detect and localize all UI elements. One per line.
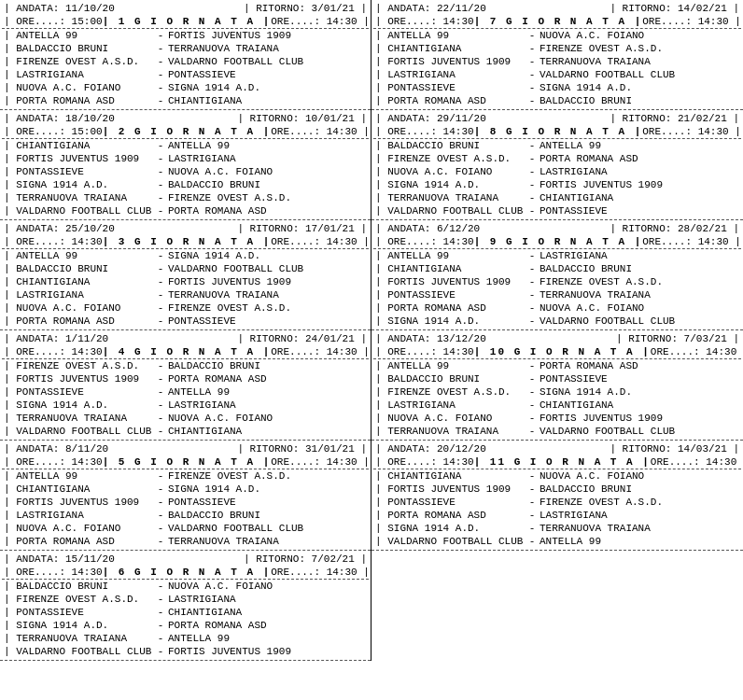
giornata-header: | ANDATA: 15/11/20| RITORNO: 7/02/21 |	[0, 553, 371, 566]
match-away: PONTASSIEVE	[168, 497, 367, 508]
match-row: | FIRENZE OVEST A.S.D. - BALDACCIO BRUNI	[0, 359, 371, 372]
match-away: CHIANTIGIANA	[540, 192, 739, 203]
match-away: PORTA ROMANA ASD	[540, 153, 739, 164]
match-away: SIGNA 1914 A.D.	[168, 82, 367, 93]
match-home: | PONTASSIEVE	[4, 166, 153, 177]
match-row: | VALDARNO FOOTBALL CLUB - PONTASSIEVE	[372, 204, 743, 217]
match-dash: -	[153, 413, 168, 424]
match-row: | VALDARNO FOOTBALL CLUB - CHIANTIGIANA	[0, 425, 371, 438]
ore-ritorno: ORE....: 14:30 |	[271, 456, 370, 468]
match-dash: -	[153, 523, 168, 534]
match-away: BALDACCIO BRUNI	[168, 360, 367, 371]
match-row: | NUOVA A.C. FOIANO - FORTIS JUVENTUS 19…	[372, 412, 743, 425]
match-away: VALDARNO FOOTBALL CLUB	[168, 263, 367, 274]
match-home: | FIRENZE OVEST A.S.D.	[4, 360, 153, 371]
match-away: SIGNA 1914 A.D.	[540, 386, 739, 398]
match-row: | CHIANTIGIANA - SIGNA 1914 A.D.	[0, 483, 371, 496]
match-row: | BALDACCIO BRUNI - PONTASSIEVE	[372, 372, 743, 385]
giornata-number: | 10 G I O R N A T A |	[474, 346, 651, 357]
match-home: | TERRANUOVA TRAIANA	[375, 426, 525, 437]
match-away: LASTRIGIANA	[540, 166, 739, 177]
match-away: PORTA ROMANA ASD	[168, 620, 367, 631]
match-dash: -	[525, 95, 540, 106]
match-row: | BALDACCIO BRUNI - NUOVA A.C. FOIANO	[0, 580, 371, 593]
match-away: LASTRIGIANA	[168, 399, 367, 411]
match-home: | VALDARNO FOOTBALL CLUB	[4, 646, 153, 657]
match-home: | ANTELLA 99	[375, 250, 525, 261]
match-away: NUOVA A.C. FOIANO	[540, 470, 739, 482]
giornata-subheader: | ORE....: 14:30| 3 G I O R N A T A | OR…	[0, 235, 371, 248]
giornata-header: | ANDATA: 25/10/20| RITORNO: 17/01/21 |	[0, 222, 371, 235]
giornata-header: | ANDATA: 20/12/20| RITORNO: 14/03/21 |	[372, 442, 743, 455]
match-away: BALDACCIO BRUNI	[540, 483, 739, 495]
match-dash: -	[525, 289, 540, 301]
match-row: | SIGNA 1914 A.D. - LASTRIGIANA	[0, 399, 371, 412]
match-row: | BALDACCIO BRUNI - ANTELLA 99	[372, 139, 743, 152]
match-row: | CHIANTIGIANA - FORTIS JUVENTUS 1909	[0, 275, 371, 288]
match-home: | BALDACCIO BRUNI	[4, 43, 153, 54]
match-away: BALDACCIO BRUNI	[168, 179, 367, 190]
ore-andata: | ORE....: 14:30	[375, 236, 474, 247]
match-away: CHIANTIGIANA	[540, 399, 739, 411]
giornata-number: | 5 G I O R N A T A |	[103, 456, 272, 468]
andata-label: | ANDATA: 29/11/20	[375, 113, 486, 124]
match-away: CHIANTIGIANA	[168, 607, 367, 618]
match-dash: -	[525, 360, 540, 371]
giornata-3: | ANDATA: 25/10/20| RITORNO: 17/01/21 ||…	[0, 220, 371, 330]
match-row: | SIGNA 1914 A.D. - VALDARNO FOOTBALL CL…	[372, 315, 743, 328]
match-home: | SIGNA 1914 A.D.	[4, 179, 153, 190]
match-home: | FORTIS JUVENTUS 1909	[4, 373, 153, 385]
andata-label: | ANDATA: 6/12/20	[375, 223, 480, 234]
match-home: | VALDARNO FOOTBALL CLUB	[375, 205, 525, 217]
ore-andata: | ORE....: 14:30	[4, 236, 103, 247]
giornata-number: | 7 G I O R N A T A |	[474, 16, 643, 27]
match-home: | NUOVA A.C. FOIANO	[375, 166, 525, 177]
match-away: FORTIS JUVENTUS 1909	[168, 646, 367, 657]
match-home: | ANTELLA 99	[4, 250, 153, 261]
ore-andata: | ORE....: 15:00	[4, 126, 103, 137]
ore-ritorno: ORE....: 14:30 |	[642, 126, 741, 137]
match-dash: -	[525, 386, 540, 398]
match-row: | TERRANUOVA TRAIANA - NUOVA A.C. FOIANO	[0, 412, 371, 425]
match-dash: -	[153, 43, 168, 54]
match-dash: -	[153, 166, 168, 177]
match-row: | ANTELLA 99 - FIRENZE OVEST A.S.D.	[0, 469, 371, 483]
ritorno-label: | RITORNO: 21/02/21 |	[486, 113, 739, 124]
match-away: VALDARNO FOOTBALL CLUB	[540, 315, 739, 327]
match-home: | TERRANUOVA TRAIANA	[375, 192, 525, 203]
match-away: TERRANUOVA TRAIANA	[540, 289, 739, 301]
match-dash: -	[153, 302, 168, 314]
match-row: | SIGNA 1914 A.D. - TERRANUOVA TRAIANA	[372, 522, 743, 535]
match-dash: -	[525, 153, 540, 164]
match-away: FORTIS JUVENTUS 1909	[168, 276, 367, 287]
match-dash: -	[525, 82, 540, 93]
giornata-subheader: | ORE....: 14:30| 5 G I O R N A T A | OR…	[0, 455, 371, 469]
ritorno-label: | RITORNO: 24/01/21 |	[108, 333, 367, 344]
andata-label: | ANDATA: 1/11/20	[4, 333, 108, 344]
match-home: | CHIANTIGIANA	[4, 276, 153, 287]
match-away: FIRENZE OVEST A.S.D.	[168, 470, 367, 482]
giornata-header: | ANDATA: 29/11/20| RITORNO: 21/02/21 |	[372, 112, 743, 125]
match-dash: -	[153, 483, 168, 495]
match-home: | FORTIS JUVENTUS 1909	[375, 276, 525, 287]
match-row: | CHIANTIGIANA - NUOVA A.C. FOIANO	[372, 469, 743, 483]
match-away: ANTELLA 99	[540, 536, 739, 547]
match-away: SIGNA 1914 A.D.	[168, 483, 367, 495]
match-dash: -	[153, 633, 168, 644]
match-row: | SIGNA 1914 A.D. - PORTA ROMANA ASD	[0, 619, 371, 632]
giornata-subheader: | ORE....: 14:30| 4 G I O R N A T A | OR…	[0, 345, 371, 358]
match-row: | FORTIS JUVENTUS 1909 - PORTA ROMANA AS…	[0, 372, 371, 385]
match-dash: -	[153, 250, 168, 261]
andata-label: | ANDATA: 15/11/20	[4, 553, 115, 565]
match-home: | NUOVA A.C. FOIANO	[4, 82, 153, 93]
match-row: | FIRENZE OVEST A.S.D. - SIGNA 1914 A.D.	[372, 385, 743, 399]
match-row: | NUOVA A.C. FOIANO - FIRENZE OVEST A.S.…	[0, 301, 371, 315]
match-home: | VALDARNO FOOTBALL CLUB	[4, 426, 153, 437]
ore-ritorno: ORE....: 14:30 |	[271, 567, 370, 578]
match-row: | PONTASSIEVE - NUOVA A.C. FOIANO	[0, 165, 371, 178]
ritorno-label: | RITORNO: 7/03/21 |	[486, 333, 739, 344]
match-dash: -	[525, 426, 540, 437]
match-row: | SIGNA 1914 A.D. - BALDACCIO BRUNI	[0, 178, 371, 191]
match-home: | FIRENZE OVEST A.S.D.	[4, 56, 153, 67]
match-dash: -	[525, 166, 540, 177]
